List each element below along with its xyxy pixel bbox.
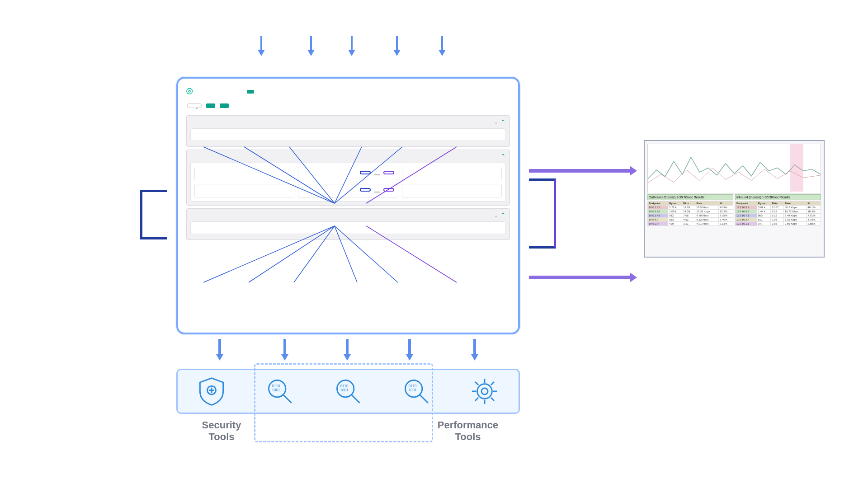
performance-tools-label: PerformanceTools — [429, 419, 506, 443]
ingress-arrow — [393, 36, 401, 58]
out-chip — [383, 188, 394, 192]
collapse-icon[interactable]: ⌃ — [500, 118, 506, 126]
in-chip — [360, 188, 371, 192]
service-engine-4[interactable] — [194, 184, 294, 197]
blade-a: ⌄⌃ — [186, 115, 510, 147]
egress-arrow — [344, 339, 351, 361]
blade-a-ports — [190, 128, 506, 141]
egress-arrow — [471, 339, 478, 361]
egress-arrow — [406, 339, 413, 361]
svg-text:0110: 0110 — [272, 384, 281, 388]
collector-table-right: EndpointBytesPktsRate% 172.16.5.23.01 k1… — [735, 201, 821, 226]
ingress-arrow — [439, 36, 446, 58]
svg-point-26 — [477, 384, 492, 399]
engine-grid — [190, 163, 506, 202]
flow-arrow-2 — [529, 276, 631, 279]
collector-table-left: EndpointBytesPktsRate% 10.0.1.122.72 k11… — [647, 201, 733, 226]
blade-b-ports — [190, 221, 506, 234]
in-chip — [360, 171, 371, 174]
blade-d: ⌃ — [186, 150, 510, 206]
svg-line-19 — [352, 395, 360, 403]
svg-text:0110: 0110 — [340, 384, 349, 388]
netflow-collector-screenshot: Outbound (Egress) 1-30 30/sec ResultsInb… — [644, 140, 825, 258]
add-duplex-connection-button[interactable] — [220, 103, 229, 108]
security-tools-label: SecurityTools — [190, 419, 253, 443]
svg-point-27 — [481, 388, 488, 394]
ingress-arrow — [258, 36, 265, 58]
svg-rect-12 — [790, 144, 803, 192]
port-row-bottom — [193, 136, 504, 139]
service-engine-5[interactable] — [298, 184, 398, 197]
svg-line-15 — [283, 395, 292, 403]
svg-text:1001: 1001 — [408, 388, 417, 392]
shield-icon — [196, 375, 227, 407]
collapse-icon[interactable]: ⌃ — [500, 153, 506, 160]
svg-text:1001: 1001 — [340, 388, 349, 392]
service-engine-2[interactable] — [298, 167, 398, 180]
magnify-binary-icon: 01101001 — [332, 375, 364, 407]
egress-arrow — [216, 339, 223, 361]
view-details-link[interactable] — [190, 141, 506, 143]
blade-b: ⌄⌃ — [186, 208, 510, 240]
view-details-link[interactable] — [190, 234, 506, 236]
svg-text:1001: 1001 — [272, 388, 281, 392]
right-bracket — [529, 178, 556, 249]
service-engine-1[interactable] — [194, 167, 294, 180]
out-chip — [383, 171, 394, 174]
tab-connections[interactable] — [247, 90, 254, 94]
magnify-binary-icon: 01101001 — [264, 375, 296, 407]
service-engine-6[interactable] — [402, 184, 502, 197]
ingress-arrow — [307, 36, 315, 58]
flow-arrow-1 — [529, 169, 631, 173]
traffic-logo-icon: ⦾ — [186, 87, 193, 96]
select-connection[interactable] — [187, 103, 202, 108]
add-connection-button[interactable] — [206, 103, 215, 108]
left-bracket — [140, 190, 167, 239]
ingress-arrow — [348, 36, 355, 58]
gear-circuit-icon — [469, 375, 500, 407]
collapse-icon[interactable]: ⌃ — [500, 211, 506, 219]
magnify-binary-icon: 01101001 — [401, 375, 432, 407]
tools-bar: 01101001 01101001 01101001 — [176, 369, 520, 414]
svg-line-23 — [420, 395, 428, 403]
egress-arrow — [281, 339, 288, 361]
service-engine-3[interactable] — [402, 167, 502, 180]
svg-text:0110: 0110 — [408, 384, 417, 388]
tabs — [206, 90, 262, 94]
traffic-panel: ⦾ ⌄⌃ — [176, 77, 520, 334]
panel-title: ⦾ — [186, 87, 196, 96]
port-row-bottom — [193, 229, 504, 232]
